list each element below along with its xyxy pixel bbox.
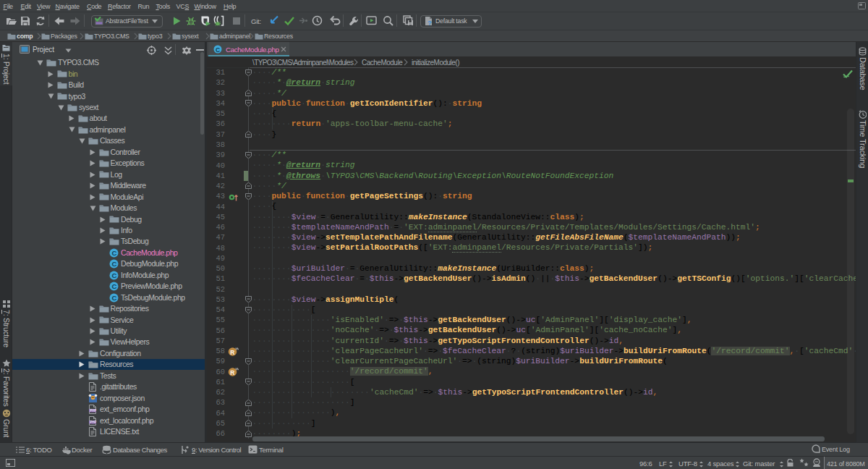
svg-text:R: R <box>230 349 234 356</box>
svg-text:C: C <box>216 46 220 54</box>
svg-text:C: C <box>111 282 116 290</box>
svg-text:C: C <box>111 271 116 279</box>
svg-text:PHP: PHP <box>90 420 96 423</box>
svg-text:?: ? <box>427 20 432 27</box>
svg-text:C: C <box>111 294 116 302</box>
svg-text:C: C <box>111 249 116 257</box>
svg-text:R: R <box>230 369 234 376</box>
svg-text:C: C <box>111 260 116 268</box>
svg-text:PHP: PHP <box>90 409 96 413</box>
